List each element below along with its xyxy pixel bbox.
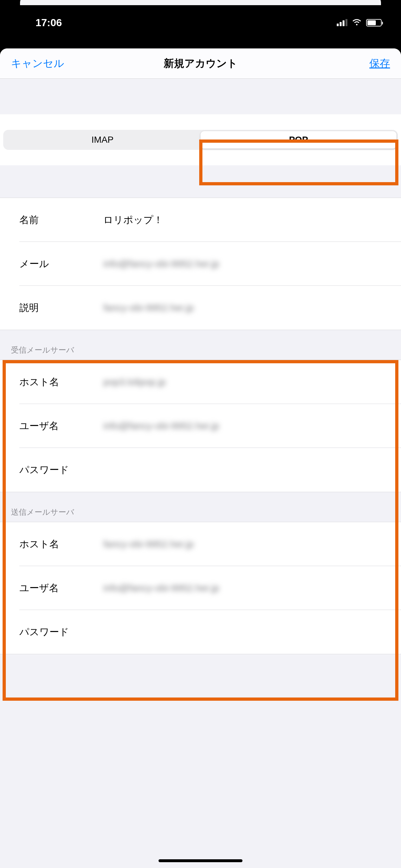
name-label: 名前 (19, 213, 103, 227)
segment-imap[interactable]: IMAP (4, 131, 201, 149)
status-bar: 17:06 (0, 0, 401, 48)
spacer (0, 165, 401, 197)
page-title: 新規アカウント (164, 57, 238, 71)
name-value[interactable]: ロリポップ！ (103, 213, 390, 227)
content-area: IMAP POP 名前 ロリポップ！ メール info@fancy-obi-99… (0, 79, 401, 654)
outgoing-host-label: ホスト名 (19, 538, 103, 551)
incoming-password-label: パスワード (19, 463, 103, 476)
status-icons (337, 19, 382, 27)
description-label: 説明 (19, 301, 103, 314)
row-email[interactable]: メール info@fancy-obi-9952.her.jp (0, 242, 401, 286)
outgoing-user-value[interactable]: info@fancy-obi-9952.her.jp (103, 583, 390, 593)
row-incoming-password[interactable]: パスワード (0, 448, 401, 492)
email-label: メール (19, 257, 103, 271)
modal-sheet: キャンセル 新規アカウント 保存 IMAP POP 名前 ロリポップ！ メール … (0, 49, 401, 868)
segment-pop[interactable]: POP (201, 131, 397, 149)
protocol-segmented-control[interactable]: IMAP POP (3, 130, 398, 150)
outgoing-password-label: パスワード (19, 625, 103, 639)
incoming-host-label: ホスト名 (19, 376, 103, 389)
outgoing-server-header: 送信メールサーバ (0, 492, 401, 522)
row-incoming-user[interactable]: ユーザ名 info@fancy-obi-9952.her.jp (0, 404, 401, 448)
cancel-button[interactable]: キャンセル (11, 57, 64, 71)
save-button[interactable]: 保存 (369, 57, 390, 71)
background-card (20, 0, 381, 5)
outgoing-server-group: ホスト名 fancy-obi-9952.her.jp ユーザ名 info@fan… (0, 522, 401, 654)
row-incoming-host[interactable]: ホスト名 pop3.lolipop.jp (0, 360, 401, 404)
incoming-user-value[interactable]: info@fancy-obi-9952.her.jp (103, 421, 390, 431)
email-value[interactable]: info@fancy-obi-9952.her.jp (103, 258, 390, 269)
spacer (0, 79, 401, 114)
outgoing-host-value[interactable]: fancy-obi-9952.her.jp (103, 538, 390, 550)
row-outgoing-user[interactable]: ユーザ名 info@fancy-obi-9952.her.jp (0, 566, 401, 610)
description-value[interactable]: fancy-obi-9952.her.jp (103, 302, 390, 313)
row-outgoing-host[interactable]: ホスト名 fancy-obi-9952.her.jp (0, 522, 401, 566)
incoming-user-label: ユーザ名 (19, 420, 103, 433)
row-description[interactable]: 説明 fancy-obi-9952.her.jp (0, 286, 401, 330)
battery-icon (366, 19, 382, 27)
nav-bar: キャンセル 新規アカウント 保存 (0, 49, 401, 79)
home-indicator[interactable] (158, 859, 243, 862)
status-time: 17:06 (35, 17, 62, 29)
incoming-server-group: ホスト名 pop3.lolipop.jp ユーザ名 info@fancy-obi… (0, 360, 401, 492)
protocol-segmented-wrap: IMAP POP (0, 114, 401, 165)
incoming-server-header: 受信メールサーバ (0, 330, 401, 360)
account-group: 名前 ロリポップ！ メール info@fancy-obi-9952.her.jp… (0, 197, 401, 330)
row-name[interactable]: 名前 ロリポップ！ (0, 198, 401, 242)
incoming-host-value[interactable]: pop3.lolipop.jp (103, 376, 390, 388)
wifi-icon (352, 19, 362, 26)
row-outgoing-password[interactable]: パスワード (0, 610, 401, 654)
outgoing-user-label: ユーザ名 (19, 582, 103, 595)
cellular-signal-icon (337, 19, 347, 26)
